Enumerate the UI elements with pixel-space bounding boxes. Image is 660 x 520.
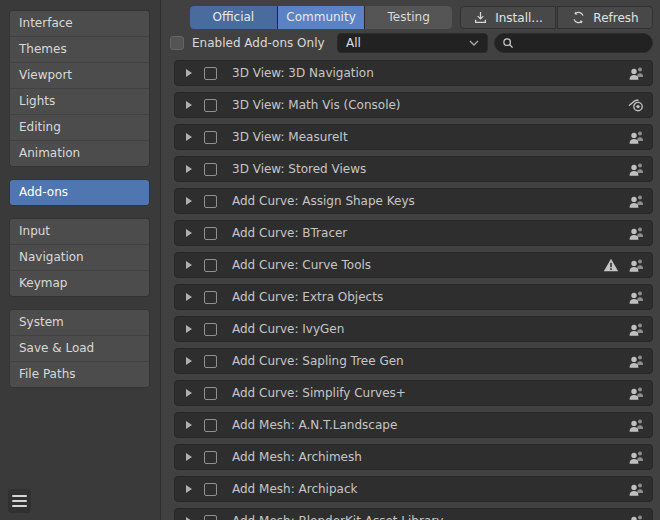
refresh-icon <box>571 10 586 25</box>
addon-row-icons <box>628 482 645 497</box>
sidebar-item-navigation[interactable]: Navigation <box>10 245 149 271</box>
refresh-button-label: Refresh <box>593 11 638 25</box>
addon-row-icons <box>628 322 645 337</box>
hamburger-menu-icon[interactable] <box>8 489 31 513</box>
sidebar-group: SystemSave & LoadFile Paths <box>9 309 150 388</box>
addon-enable-checkbox[interactable] <box>204 355 217 368</box>
sidebar-item-viewport[interactable]: Viewport <box>10 63 149 89</box>
addon-row[interactable]: 3D View: Math Vis (Console) <box>174 92 653 118</box>
addon-row-icons <box>628 162 645 177</box>
community-support-icon <box>628 162 645 177</box>
addon-row[interactable]: Add Curve: IvyGen <box>174 316 653 342</box>
tab-testing[interactable]: Testing <box>365 6 452 29</box>
addon-enable-checkbox[interactable] <box>204 291 217 304</box>
enabled-only-checkbox[interactable] <box>170 36 184 50</box>
sidebar-group: InputNavigationKeymap <box>9 218 150 297</box>
warning-icon <box>603 258 619 272</box>
addon-row[interactable]: Add Mesh: BlenderKit Asset Library <box>174 508 653 520</box>
sidebar-item-keymap[interactable]: Keymap <box>10 271 149 296</box>
search-box[interactable] <box>494 33 653 53</box>
install-button-label: Install... <box>495 11 543 25</box>
addon-row[interactable]: Add Curve: Extra Objects <box>174 284 653 310</box>
sidebar-item-interface[interactable]: Interface <box>10 11 149 37</box>
addon-name: Add Curve: Extra Objects <box>232 290 383 304</box>
addon-row[interactable]: Add Mesh: Archipack <box>174 476 653 502</box>
sidebar-item-system[interactable]: System <box>10 310 149 336</box>
expand-arrow-icon[interactable] <box>186 485 192 493</box>
expand-arrow-icon[interactable] <box>186 293 192 301</box>
addons-panel: Official Community Testing Install... Re… <box>162 0 660 520</box>
addon-enable-checkbox[interactable] <box>204 163 217 176</box>
addon-enable-checkbox[interactable] <box>204 195 217 208</box>
expand-arrow-icon[interactable] <box>186 261 192 269</box>
addon-row[interactable]: Add Curve: Simplify Curves+ <box>174 380 653 406</box>
addon-row[interactable]: 3D View: Stored Views <box>174 156 653 182</box>
addon-name: Add Mesh: BlenderKit Asset Library <box>232 514 443 520</box>
addon-enable-checkbox[interactable] <box>204 451 217 464</box>
sidebar-item-save-load[interactable]: Save & Load <box>10 336 149 362</box>
addon-row[interactable]: Add Curve: Curve Tools <box>174 252 653 278</box>
addon-enable-checkbox[interactable] <box>204 515 217 520</box>
category-dropdown[interactable]: All <box>337 33 488 53</box>
community-support-icon <box>628 290 645 305</box>
expand-arrow-icon[interactable] <box>186 389 192 397</box>
addon-enable-checkbox[interactable] <box>204 131 217 144</box>
addon-enable-checkbox[interactable] <box>204 419 217 432</box>
sidebar-item-input[interactable]: Input <box>10 219 149 245</box>
addon-enable-checkbox[interactable] <box>204 483 217 496</box>
community-support-icon <box>628 226 645 241</box>
expand-arrow-icon[interactable] <box>186 325 192 333</box>
addon-row[interactable]: 3D View: MeasureIt <box>174 124 653 150</box>
addon-row[interactable]: 3D View: 3D Navigation <box>174 60 653 86</box>
addon-row-icons <box>628 354 645 369</box>
addon-enable-checkbox[interactable] <box>204 259 217 272</box>
expand-arrow-icon[interactable] <box>186 229 192 237</box>
community-support-icon <box>628 418 645 433</box>
install-button[interactable]: Install... <box>460 6 556 29</box>
addon-row[interactable]: Add Curve: Sapling Tree Gen <box>174 348 653 374</box>
addon-row[interactable]: Add Curve: BTracer <box>174 220 653 246</box>
sidebar-item-file-paths[interactable]: File Paths <box>10 362 149 387</box>
addon-name: Add Curve: Curve Tools <box>232 258 371 272</box>
community-support-icon <box>628 514 645 520</box>
addon-list: 3D View: 3D Navigation 3D View: Math <box>174 60 653 520</box>
sidebar-item-editing[interactable]: Editing <box>10 115 149 141</box>
addon-row[interactable]: Add Mesh: A.N.T.Landscape <box>174 412 653 438</box>
addon-name: Add Curve: Assign Shape Keys <box>232 194 415 208</box>
addon-row-icons <box>628 194 645 209</box>
expand-arrow-icon[interactable] <box>186 421 192 429</box>
sidebar-item-lights[interactable]: Lights <box>10 89 149 115</box>
sidebar-item-animation[interactable]: Animation <box>10 141 149 166</box>
addon-enable-checkbox[interactable] <box>204 387 217 400</box>
expand-arrow-icon[interactable] <box>186 453 192 461</box>
addon-row[interactable]: Add Curve: Assign Shape Keys <box>174 188 653 214</box>
support-level-tabs: Official Community Testing <box>190 6 452 29</box>
search-input[interactable] <box>515 35 646 51</box>
addon-row-icons <box>628 66 645 81</box>
expand-arrow-icon[interactable] <box>186 165 192 173</box>
expand-arrow-icon[interactable] <box>186 101 192 109</box>
category-dropdown-value: All <box>346 36 361 50</box>
filter-row: Enabled Add-ons Only All <box>162 33 660 53</box>
community-support-icon <box>628 386 645 401</box>
community-support-icon <box>628 130 645 145</box>
tab-community[interactable]: Community <box>278 6 365 29</box>
addon-enable-checkbox[interactable] <box>204 99 217 112</box>
addon-enable-checkbox[interactable] <box>204 323 217 336</box>
expand-arrow-icon[interactable] <box>186 357 192 365</box>
addon-row[interactable]: Add Mesh: Archimesh <box>174 444 653 470</box>
sidebar-item-themes[interactable]: Themes <box>10 37 149 63</box>
sidebar-nav: InterfaceThemesViewportLightsEditingAnim… <box>0 10 160 388</box>
community-support-icon <box>628 194 645 209</box>
hamburger-bar <box>12 500 27 502</box>
addon-enable-checkbox[interactable] <box>204 227 217 240</box>
sidebar-item-add-ons[interactable]: Add-ons <box>10 180 149 205</box>
expand-arrow-icon[interactable] <box>186 197 192 205</box>
expand-arrow-icon[interactable] <box>186 133 192 141</box>
addon-enable-checkbox[interactable] <box>204 67 217 80</box>
refresh-button[interactable]: Refresh <box>557 6 653 29</box>
download-icon <box>473 10 488 25</box>
expand-arrow-icon[interactable] <box>186 69 192 77</box>
tab-official[interactable]: Official <box>190 6 277 29</box>
search-icon <box>501 36 515 50</box>
